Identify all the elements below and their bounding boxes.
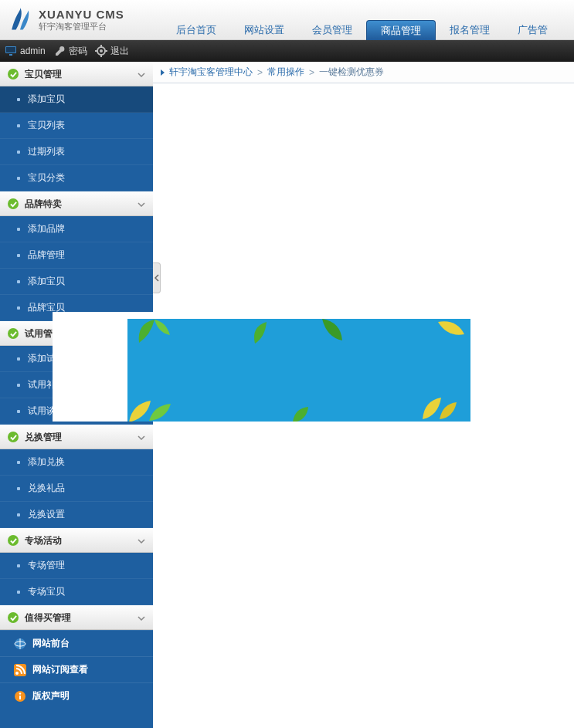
tab-1[interactable]: 网站设置 (230, 20, 298, 40)
sidebar-item[interactable]: 宝贝列表 (0, 113, 153, 139)
breadcrumb-mid[interactable]: 常用操作 (267, 66, 304, 79)
bullet-icon (17, 357, 20, 361)
info-icon (14, 690, 26, 703)
sidebar-item[interactable]: 兑换礼品 (0, 476, 153, 502)
check-icon (8, 612, 19, 623)
sidebar-section-1[interactable]: 品牌特卖 (0, 191, 153, 216)
sidebar-item-label: 兑换礼品 (28, 482, 65, 495)
section-title: 专场活动 (25, 534, 62, 547)
sidebar-section-5[interactable]: 值得买管理 (0, 605, 153, 630)
breadcrumb: 轩宇淘宝客管理中心 > 常用操作 > 一键检测优惠券 (153, 62, 574, 83)
bullet-icon (17, 410, 20, 413)
bullet-icon (17, 124, 20, 127)
leaf-icon (419, 396, 458, 422)
breadcrumb-arrow-icon (161, 69, 165, 76)
sidebar-item-label: 宝贝分类 (28, 171, 65, 185)
check-icon (8, 69, 19, 80)
sidebar-item[interactable]: 专场管理 (0, 553, 153, 579)
admin-label: admin (20, 46, 46, 56)
header: XUANYU CMS 轩宇淘客管理平台 后台首页网站设置会员管理商品管理报名管理… (0, 0, 574, 40)
sidebar-item-label: 品牌管理 (28, 249, 65, 262)
logo: XUANYU CMS 轩宇淘客管理平台 (6, 6, 124, 34)
leaf-icon (135, 319, 174, 347)
sidebar-item[interactable]: 过期列表 (0, 139, 153, 165)
bullet-icon (17, 513, 20, 516)
check-icon (8, 328, 19, 339)
sidebar-section-0[interactable]: 宝贝管理 (0, 62, 153, 86)
sidebar-item-label: 添加试 (28, 352, 56, 365)
leaf-icon (127, 399, 174, 422)
svg-point-13 (15, 672, 19, 675)
svg-rect-15 (19, 696, 21, 699)
sidebar-item-label: 添加品牌 (28, 222, 65, 235)
svg-point-16 (19, 692, 21, 694)
sidebar-item-label: 过期列表 (28, 145, 65, 158)
leaf-icon (319, 319, 345, 350)
overlay-banner (127, 319, 470, 422)
bullet-icon (17, 280, 20, 283)
bullet-icon (17, 98, 20, 101)
sidebar-item-label: 试用补 (28, 378, 56, 391)
sidebar-item[interactable]: 添加兑换 (0, 449, 153, 476)
bullet-icon (17, 487, 20, 490)
chevron-down-icon (138, 535, 145, 546)
sidebar-section-4[interactable]: 专场活动 (0, 528, 153, 553)
rss-icon (14, 664, 26, 676)
bullet-icon (17, 564, 20, 567)
link-label: 版权声明 (32, 689, 70, 703)
sidebar-item[interactable]: 添加品牌 (0, 216, 153, 242)
sidebar-item-label: 试用谈 (28, 405, 56, 418)
topbar: admin 密码 退出 (0, 40, 574, 62)
bullet-icon (17, 151, 20, 154)
tab-2[interactable]: 会员管理 (298, 20, 366, 40)
leaf-icon (291, 407, 318, 422)
tab-5[interactable]: 广告管 (504, 20, 562, 40)
bullet-icon (17, 461, 20, 464)
logout-button[interactable]: 退出 (95, 45, 129, 58)
sidebar-item[interactable]: 宝贝分类 (0, 165, 153, 191)
tab-4[interactable]: 报名管理 (436, 20, 504, 40)
sidebar-item[interactable]: 添加宝贝 (0, 86, 153, 113)
tab-0[interactable]: 后台首页 (162, 20, 230, 40)
svg-rect-2 (9, 54, 12, 56)
copyright-link[interactable]: 版权声明 (0, 682, 153, 709)
breadcrumb-sep: > (257, 67, 263, 78)
sidebar-section-3[interactable]: 兑换管理 (0, 425, 153, 449)
chevron-down-icon (138, 69, 145, 80)
sidebar-item-label: 添加兑换 (28, 455, 65, 469)
sidebar-item[interactable]: 添加宝贝 (0, 269, 153, 295)
breadcrumb-sep: > (309, 67, 314, 78)
bullet-icon (17, 384, 20, 387)
svg-rect-1 (6, 47, 15, 52)
password-label: 密码 (69, 45, 87, 58)
breadcrumb-root[interactable]: 轩宇淘宝客管理中心 (169, 66, 253, 79)
sidebar-item-label: 专场管理 (28, 559, 65, 572)
tab-3[interactable]: 商品管理 (366, 20, 436, 40)
sidebar-item[interactable]: 专场宝贝 (0, 579, 153, 605)
wrench-icon (53, 46, 66, 56)
check-icon (8, 432, 19, 442)
sidebar-collapse-handle[interactable] (153, 262, 161, 293)
sidebar-item-label: 宝贝列表 (28, 119, 65, 132)
bullet-icon (17, 591, 20, 594)
rss-link[interactable]: 网站订阅查看 (0, 656, 153, 682)
svg-point-4 (100, 49, 103, 52)
password-button[interactable]: 密码 (53, 45, 87, 58)
admin-badge[interactable]: admin (5, 46, 46, 56)
sidebar-item-label: 添加宝贝 (28, 93, 65, 106)
logout-label: 退出 (110, 45, 129, 58)
breadcrumb-leaf: 一键检测优惠券 (319, 66, 384, 79)
bullet-icon (17, 254, 20, 257)
sidebar-item[interactable]: 兑换设置 (0, 502, 153, 528)
sidebar-item[interactable]: 品牌管理 (0, 242, 153, 269)
chevron-down-icon (138, 198, 145, 209)
section-title: 试用管 (25, 327, 53, 340)
bullet-icon (17, 177, 20, 180)
bullet-icon (17, 306, 20, 310)
frontend-link[interactable]: 网站前台 (0, 630, 153, 656)
check-icon (8, 535, 19, 546)
logo-subtitle: 轩宇淘客管理平台 (39, 22, 124, 31)
overlay-whitebox (53, 312, 127, 422)
section-title: 宝贝管理 (25, 68, 62, 81)
sidebar-item-label: 兑换设置 (28, 508, 65, 521)
